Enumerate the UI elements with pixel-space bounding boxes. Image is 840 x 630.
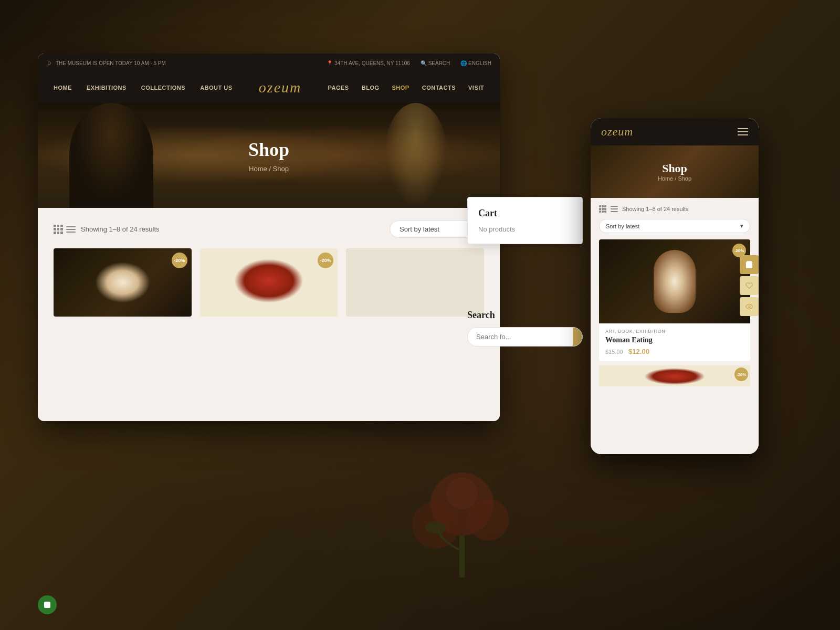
search-widget: Search Search [467, 310, 583, 346]
list-view-btn[interactable] [66, 225, 76, 234]
mobile-price-new: $12.00 [628, 348, 649, 355]
mobile-product-info: ART, BOOK, EXHIBITION Woman Eating $15.0… [599, 323, 750, 361]
pin-icon: 📍 [327, 60, 333, 66]
product-image-3 [346, 248, 484, 317]
nav-shop[interactable]: SHOP [392, 85, 410, 91]
eye-icon [746, 303, 753, 310]
nav-blog[interactable]: BLOG [362, 85, 380, 91]
product-card-1[interactable]: -20% [54, 248, 192, 317]
breadcrumb: Home / Shop [249, 165, 289, 173]
product-card-3[interactable] [346, 248, 484, 317]
nav-right-items: PAGES BLOG SHOP CONTACTS VISIT [328, 85, 484, 91]
shop-content: Showing 1–8 of 24 results Sort by latest… [38, 208, 500, 421]
mobile-action-buttons [740, 255, 759, 316]
mobile-product-tags: ART, BOOK, EXHIBITION [605, 329, 744, 334]
heart-icon [746, 282, 753, 289]
mobile-product-card-1[interactable]: -20% ART, BOOK, EXHIBITION Woman Eating … [599, 239, 750, 361]
product-grid: -20% -20% [54, 248, 484, 317]
search-input[interactable] [468, 328, 573, 346]
product-image-2: -20% [200, 248, 338, 317]
mobile-partial-product-image [599, 365, 750, 386]
mobile-toolbar-left: Showing 1–8 of 24 results [599, 205, 689, 213]
search-icon: 🔍 [421, 60, 427, 66]
painting-woman-image [54, 248, 192, 317]
desktop-navbar: HOME EXHIBITIONS COLLECTIONS ABOUT US oz… [38, 72, 500, 103]
nav-pages[interactable]: PAGES [328, 85, 349, 91]
search-input-wrapper: Search [467, 327, 583, 346]
mobile-results-count: Showing 1–8 of 24 results [622, 206, 689, 212]
nav-collections[interactable]: COLLECTIONS [141, 85, 185, 91]
hamburger-line-3 [738, 134, 748, 135]
mobile-product-price: $15.00 $12.00 [605, 346, 744, 356]
globe-icon: 🌐 [460, 60, 467, 66]
svg-point-2 [467, 499, 509, 541]
mobile-price-old: $15.00 [605, 349, 623, 355]
mobile-navbar: ozeum [591, 118, 759, 145]
cart-panel: Cart No products [467, 197, 583, 244]
mobile-sort-dropdown[interactable]: Sort by latest ▾ [599, 219, 750, 233]
topbar-right: 📍 34TH AVE, QUEENS, NY 11106 🔍 SEARCH 🌐 … [327, 60, 491, 66]
mobile-browser-window: ozeum Shop Home / Shop [591, 118, 759, 454]
mobile-content: Showing 1–8 of 24 results Sort by latest… [591, 198, 759, 454]
mobile-grid-view-btn[interactable] [599, 205, 606, 213]
mobile-toolbar: Showing 1–8 of 24 results [599, 205, 750, 213]
nav-home[interactable]: HOME [54, 85, 72, 91]
search-widget-title: Search [467, 310, 583, 321]
sort-label: Sort by latest [400, 225, 439, 233]
language-btn[interactable]: 🌐 ENGLISH [460, 60, 491, 66]
svg-point-5 [425, 521, 446, 534]
cart-empty-text: No products [478, 225, 572, 233]
mobile-product-image: -20% [599, 239, 750, 323]
museum-hours: THE MUSEUM IS OPEN TODAY 10 AM - 5 PM [56, 60, 166, 66]
toolbar-left: Showing 1–8 of 24 results [54, 225, 160, 234]
stop-button[interactable] [38, 595, 57, 614]
mobile-chevron-down-icon: ▾ [740, 223, 743, 229]
nav-exhibitions[interactable]: EXHIBITIONS [87, 85, 127, 91]
hero-figure-right [384, 103, 447, 208]
svg-point-7 [748, 306, 750, 308]
shop-toolbar: Showing 1–8 of 24 results Sort by latest… [54, 220, 484, 238]
stop-icon [44, 602, 50, 608]
mobile-hero-title: Shop [662, 162, 687, 175]
nav-contacts[interactable]: CONTACTS [422, 85, 456, 91]
mobile-preview-btn[interactable] [740, 297, 759, 316]
svg-point-3 [446, 478, 478, 509]
mobile-partial-badge: -20% [734, 368, 748, 381]
mobile-breadcrumb: Home / Shop [658, 175, 691, 182]
background-flower-decoration [357, 420, 567, 630]
mobile-sort-label: Sort by latest [606, 223, 639, 229]
mobile-hero: Shop Home / Shop [591, 145, 759, 198]
product-card-2[interactable]: -20% [200, 248, 338, 317]
clock-icon: ⊙ [46, 60, 52, 66]
discount-badge-1: -20% [172, 253, 187, 268]
hamburger-line-2 [738, 131, 748, 132]
topbar-left: ⊙ THE MUSEUM IS OPEN TODAY 10 AM - 5 PM [46, 60, 166, 66]
mobile-wishlist-btn[interactable] [740, 276, 759, 295]
hamburger-menu[interactable] [738, 128, 748, 135]
hamburger-line-1 [738, 128, 748, 129]
mobile-cart-btn[interactable] [740, 255, 759, 274]
search-topbar-btn[interactable]: 🔍 SEARCH [421, 60, 450, 66]
hero-section: Shop Home / Shop [38, 103, 500, 208]
mobile-list-view-btn[interactable] [611, 205, 618, 213]
mobile-product-card-partial: -20% [599, 365, 750, 386]
address-info: 📍 34TH AVE, QUEENS, NY 11106 [327, 60, 410, 66]
mobile-logo[interactable]: ozeum [601, 125, 633, 139]
grid-view-btn[interactable] [54, 225, 63, 234]
desktop-logo[interactable]: ozeum [259, 79, 302, 96]
search-submit-button[interactable]: Search [573, 328, 583, 346]
hero-figure-left [69, 103, 153, 208]
nav-left-items: HOME EXHIBITIONS COLLECTIONS ABOUT US [54, 85, 233, 91]
nav-about[interactable]: ABOUT US [200, 85, 232, 91]
hero-title: Shop [248, 139, 289, 161]
nav-visit[interactable]: VISIT [468, 85, 484, 91]
cart-icon [745, 260, 753, 269]
mobile-product-name: Woman Eating [605, 336, 744, 344]
topbar: ⊙ THE MUSEUM IS OPEN TODAY 10 AM - 5 PM … [38, 54, 500, 72]
mobile-painting-woman [599, 239, 750, 323]
painting-flowers-image [200, 248, 338, 317]
view-toggle-grid [54, 225, 76, 234]
cart-title: Cart [478, 208, 572, 219]
results-count: Showing 1–8 of 24 results [81, 225, 160, 233]
product-image-1: -20% [54, 248, 192, 317]
